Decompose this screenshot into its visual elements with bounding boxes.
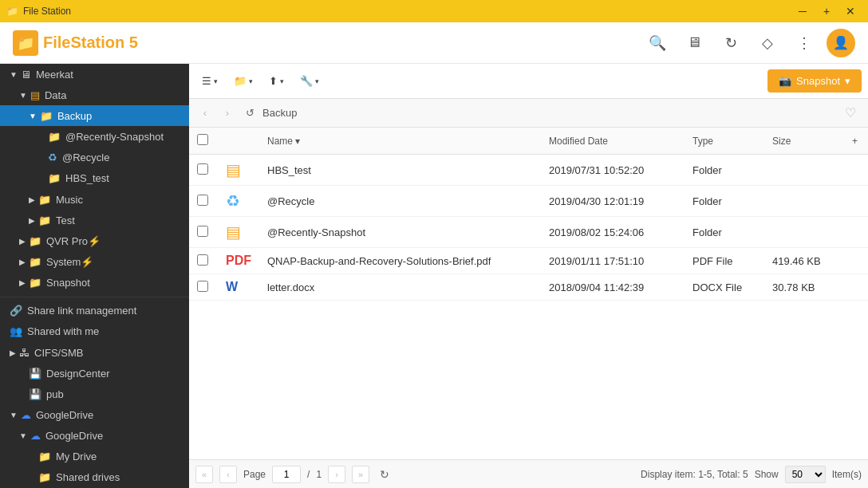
page-last-button[interactable]: » (352, 466, 369, 483)
row-date: 2019/07/31 10:52:20 (541, 155, 685, 186)
app-bar-actions: 🔍 🖥 ↻ ◇ ⋮ 👤 (643, 29, 855, 57)
page-next-button[interactable]: › (328, 466, 345, 483)
main-layout: ▼ 🖥 Meerkat ▼ ▤ Data ▼ 📁 Backup ▶ 📁 @Rec… (0, 64, 868, 488)
sidebar-item-music[interactable]: ▶ 📁 Music (0, 189, 189, 210)
chevron-right-icon: ▶ (10, 348, 16, 357)
sidebar-label-music: Music (56, 194, 83, 206)
row-name[interactable]: HBS_test (259, 155, 541, 186)
forward-button[interactable]: › (218, 104, 237, 123)
filter-button[interactable]: ◇ (753, 29, 782, 57)
sidebar-item-test[interactable]: ▶ 📁 Test (0, 210, 189, 230)
row-check (189, 155, 218, 186)
header-plus[interactable]: + (844, 128, 868, 155)
table-row: ▤HBS_test2019/07/31 10:52:20Folder (189, 155, 868, 186)
sidebar-label-cifs-smb: CIFS/SMB (34, 347, 83, 359)
row-icon-cell: PDF (218, 248, 259, 274)
folder-icon: 📁 (40, 110, 53, 122)
maximize-button[interactable]: + (815, 0, 838, 22)
sidebar-label-qvr-pro: QVR Pro⚡ (46, 235, 101, 247)
app-bar: 📁 FileStation 5 🔍 🖥 ↻ ◇ ⋮ 👤 (0, 22, 868, 64)
header-size[interactable]: Size (764, 128, 844, 155)
sidebar-item-snapshot[interactable]: ▶ 📁 Snapshot (0, 273, 189, 293)
sidebar-item-shared-drives[interactable]: ▶ 📁 Shared drives (0, 467, 189, 488)
sidebar-item-my-drive[interactable]: ▶ 📁 My Drive (0, 447, 189, 467)
row-name[interactable]: @Recycle (259, 186, 541, 217)
app-logo: 📁 FileStation 5 (13, 30, 138, 56)
sidebar-label-shared-with-me: Shared with me (27, 325, 99, 337)
sidebar-item-cifs-smb[interactable]: ▶ 🖧 CIFS/SMB (0, 342, 189, 363)
monitor-button[interactable]: 🖥 (680, 29, 708, 57)
sidebar-item-pub[interactable]: ▶ 💾 pub (0, 384, 189, 404)
drive-icon: 💾 (29, 388, 41, 400)
sidebar-item-recycle[interactable]: ▶ ♻ @Recycle (0, 148, 189, 168)
sidebar-item-meerkat[interactable]: ▼ 🖥 Meerkat (0, 64, 189, 85)
header-name[interactable]: Name ▾ (259, 128, 541, 155)
header-date[interactable]: Modified Date (541, 128, 685, 155)
row-checkbox[interactable] (197, 226, 208, 237)
row-date: 2019/08/02 15:24:06 (541, 217, 685, 248)
back-button[interactable]: ‹ (195, 104, 215, 123)
sidebar-label-google-drive: GoogleDrive (36, 409, 93, 421)
folder-icon: 📁 (38, 214, 51, 226)
sidebar-item-design-center[interactable]: ▶ 💾 DesignCenter (0, 363, 189, 384)
sidebar-item-backup[interactable]: ▼ 📁 Backup (0, 105, 189, 126)
sidebar-item-google-drive[interactable]: ▼ ☁ GoogleDrive (0, 404, 189, 425)
row-size (764, 186, 844, 217)
sidebar-item-recently-snapshot[interactable]: ▶ 📁 @Recently-Snapshot (0, 126, 189, 147)
row-checkbox[interactable] (197, 163, 208, 175)
row-icon-cell: W (218, 274, 259, 301)
breadcrumb-refresh-button[interactable]: ↺ (240, 104, 259, 123)
folder-icon: 📁 (48, 131, 61, 143)
share-icon: 🔗 (10, 305, 22, 317)
new-icon: 📁 (234, 75, 247, 87)
sidebar-item-shared-with-me[interactable]: 👥 Shared with me (0, 321, 189, 342)
docx-icon: W (226, 280, 238, 293)
snapshot-button[interactable]: 📷 Snapshot ▾ (767, 69, 862, 92)
sidebar-item-google-drive-sub[interactable]: ▼ ☁ GoogleDrive (0, 426, 189, 447)
refresh-button[interactable]: ↻ (716, 29, 745, 57)
sidebar-item-hbs-test[interactable]: ▶ 📁 HBS_test (0, 168, 189, 189)
row-size: 419.46 KB (764, 248, 844, 274)
page-prev-button[interactable]: ‹ (219, 466, 237, 483)
sidebar-item-share-link[interactable]: 🔗 Share link management (0, 301, 189, 321)
sidebar-item-data[interactable]: ▼ ▤ Data (0, 85, 189, 105)
folder-icon: 📁 (29, 256, 41, 268)
sidebar-item-qvr-pro[interactable]: ▶ 📁 QVR Pro⚡ (0, 230, 189, 251)
sidebar-label-snapshot: Snapshot (46, 277, 90, 289)
page-first-button[interactable]: « (195, 466, 213, 483)
show-select[interactable]: 10 25 50 100 (785, 466, 826, 483)
select-all-checkbox[interactable] (197, 134, 208, 145)
dropdown-arrow: ▾ (315, 77, 319, 85)
tools-button[interactable]: 🔧 ▾ (294, 71, 326, 91)
content-area: ☰ ▾ 📁 ▾ ⬆ ▾ 🔧 ▾ 📷 Snapshot ▾ (189, 64, 868, 488)
upload-button[interactable]: ⬆ ▾ (262, 71, 290, 91)
row-extra (844, 186, 868, 217)
status-refresh-button[interactable]: ↻ (376, 466, 393, 483)
row-checkbox[interactable] (197, 281, 208, 292)
row-type: PDF File (685, 248, 764, 274)
row-name[interactable]: QNAP-Backup-and-Recovery-Solutions-Brief… (259, 248, 541, 274)
page-input[interactable] (272, 466, 301, 483)
row-checkbox[interactable] (197, 254, 208, 266)
minimize-button[interactable]: ─ (791, 0, 814, 22)
row-name[interactable]: @Recently-Snapshot (259, 217, 541, 248)
new-button[interactable]: 📁 ▾ (227, 71, 259, 91)
user-avatar[interactable]: 👤 (827, 29, 855, 57)
close-button[interactable]: ✕ (839, 0, 862, 22)
row-checkbox[interactable] (197, 195, 208, 206)
favorite-button[interactable]: ♡ (839, 102, 862, 124)
row-size (764, 155, 844, 186)
file-table-body: ▤HBS_test2019/07/31 10:52:20Folder♻@Recy… (189, 155, 868, 301)
chevron-down-icon: ▼ (19, 431, 27, 440)
more-button[interactable]: ⋮ (790, 29, 819, 57)
recycle-icon: ♻ (48, 152, 57, 163)
sidebar-label-pub: pub (46, 388, 64, 400)
list-view-button[interactable]: ☰ ▾ (195, 71, 224, 91)
header-type[interactable]: Type (685, 128, 764, 155)
folder-icon: 📁 (38, 194, 51, 206)
share2-icon: 👥 (10, 325, 22, 337)
row-date: 2019/01/11 17:51:10 (541, 248, 685, 274)
search-button[interactable]: 🔍 (643, 29, 672, 57)
sidebar-item-system[interactable]: ▶ 📁 System⚡ (0, 251, 189, 272)
row-name[interactable]: letter.docx (259, 274, 541, 301)
